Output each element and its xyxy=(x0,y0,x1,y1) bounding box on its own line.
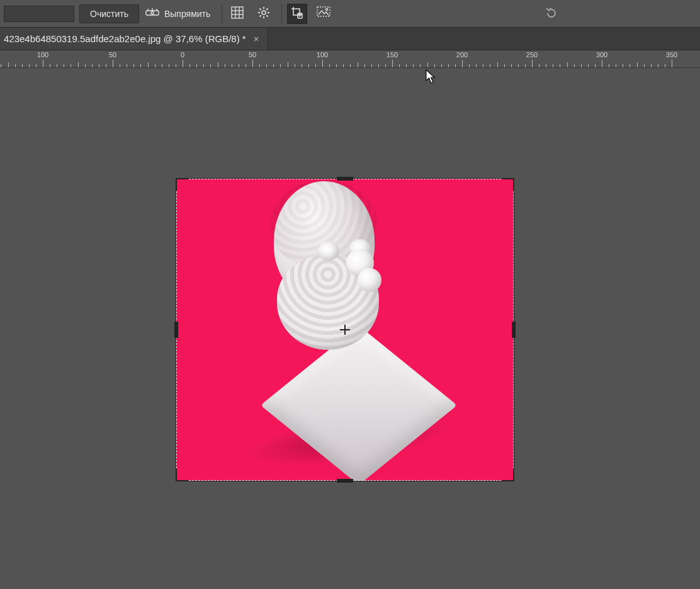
grid-overlay-button[interactable] xyxy=(227,4,247,24)
undo-icon xyxy=(545,6,558,22)
image-content xyxy=(176,179,514,481)
separator xyxy=(222,4,222,23)
ruler-label: 150 xyxy=(387,51,398,59)
document-canvas[interactable] xyxy=(176,179,514,481)
document-tab-title: 423e4b64850319.5adfde2ab2e0e.jpg @ 37,6%… xyxy=(4,33,246,44)
document-tab[interactable]: 423e4b64850319.5adfde2ab2e0e.jpg @ 37,6%… xyxy=(0,28,268,50)
svg-point-4 xyxy=(151,12,154,14)
svg-line-15 xyxy=(260,9,261,10)
grid-icon xyxy=(231,6,244,21)
separator xyxy=(281,4,282,23)
ruler-label: 100 xyxy=(37,51,48,59)
svg-line-18 xyxy=(267,9,268,10)
crop-delete-icon xyxy=(290,6,304,21)
crop-options-bar: Очистить Выпрямить xyxy=(0,0,700,28)
reset-crop-button[interactable] xyxy=(541,4,562,24)
straighten-label: Выпрямить xyxy=(164,9,210,19)
ruler-label: 100 xyxy=(317,51,328,59)
crop-settings-button[interactable] xyxy=(254,4,274,24)
ruler-label: 250 xyxy=(526,51,538,59)
ruler-label: 50 xyxy=(249,51,256,59)
ruler-label: 350 xyxy=(666,51,677,59)
ruler-label: 200 xyxy=(456,51,468,59)
level-icon xyxy=(145,7,159,20)
ruler-label: 0 xyxy=(181,51,184,59)
document-tab-bar: 423e4b64850319.5adfde2ab2e0e.jpg @ 37,6%… xyxy=(0,28,700,50)
svg-line-16 xyxy=(267,15,268,16)
close-icon[interactable]: × xyxy=(254,33,259,44)
svg-line-17 xyxy=(260,15,261,16)
crop-ratio-input[interactable] xyxy=(4,6,74,22)
delete-cropped-pixels-button[interactable] xyxy=(287,4,307,24)
canvas-workspace[interactable] xyxy=(0,68,700,589)
svg-point-10 xyxy=(262,11,266,14)
gear-icon xyxy=(257,6,270,21)
content-aware-icon xyxy=(317,6,330,21)
svg-point-22 xyxy=(326,8,328,10)
clear-button[interactable]: Очистить xyxy=(79,4,139,23)
svg-rect-5 xyxy=(232,7,243,18)
content-aware-crop-button[interactable] xyxy=(313,4,334,24)
horizontal-ruler[interactable]: 10050050100150200250300350 xyxy=(0,50,700,68)
straighten-button[interactable]: Выпрямить xyxy=(145,7,210,20)
ruler-label: 300 xyxy=(596,51,607,59)
ruler-label: 50 xyxy=(109,51,116,59)
